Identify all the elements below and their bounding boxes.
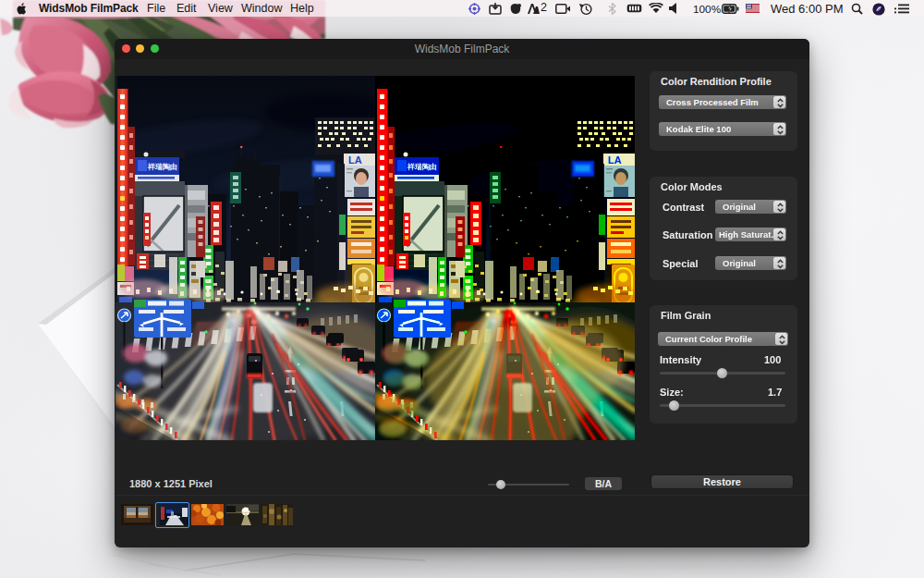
svg-text:祥瑞陶由: 祥瑞陶由	[147, 163, 177, 171]
svg-text:LA: LA	[348, 154, 362, 166]
